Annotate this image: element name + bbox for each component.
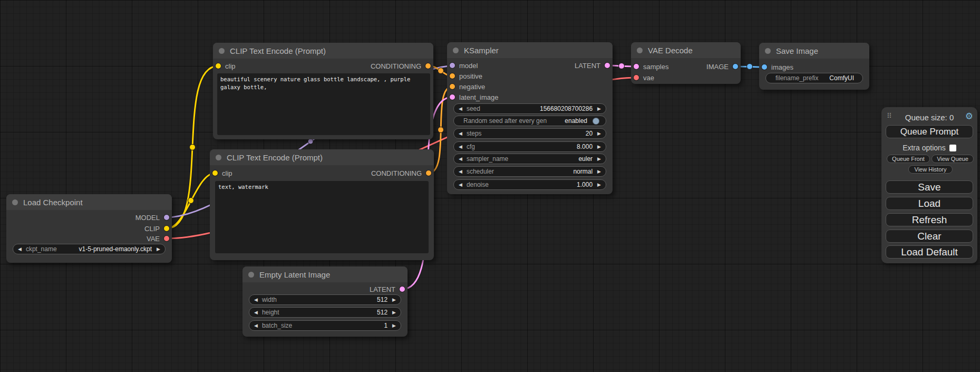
widget-label: ckpt_name [26,245,57,253]
clip-port-dot[interactable] [212,170,218,176]
load-default-button[interactable]: Load Default [886,245,973,259]
comfyui-canvas[interactable]: { "colors": { "model": "#B39DDB", "clip"… [0,0,980,372]
negative-prompt-textarea[interactable]: text, watermark [215,181,429,253]
filename-prefix-widget[interactable]: filename_prefix ComfyUI [765,73,863,83]
drag-handle-icon[interactable]: ⠿ [887,112,892,120]
node-title-bar[interactable]: Load Checkpoint [6,194,172,210]
extra-options-label: Extra options [903,144,946,152]
output-latent: LATENT [370,284,405,294]
node-empty-latent-image[interactable]: Empty Latent Image LATENT ◀ width 512 ▶ … [242,266,407,337]
stepper-left-icon[interactable]: ◀ [459,157,462,161]
stepper-left-icon[interactable]: ◀ [459,145,462,149]
clip-port-dot[interactable] [216,63,221,69]
random-seed-toggle-widget[interactable]: Random seed after every gen enabled [453,116,606,126]
queue-panel[interactable]: ⠿ Queue size: 0 ⚙ Queue Prompt Extra opt… [881,107,977,263]
save-button[interactable]: Save [886,180,973,194]
node-title-bar[interactable]: VAE Decode [631,42,741,58]
steps-widget[interactable]: ◀ steps 20 ▶ [453,128,606,139]
model-port-dot[interactable] [450,63,455,68]
node-clip-text-encode-positive[interactable]: CLIP Text Encode (Prompt) clip CONDITION… [213,43,433,139]
batch-size-widget[interactable]: ◀ batch_size 1 ▶ [249,320,401,331]
conditioning-port-dot[interactable] [450,84,455,89]
stepper-right-icon[interactable]: ▶ [157,247,160,252]
sampler-name-widget[interactable]: ◀ sampler_name euler ▶ [453,154,606,164]
node-title-bar[interactable]: Empty Latent Image [242,266,407,282]
collapse-dot-icon[interactable] [12,199,18,205]
latent-port-dot[interactable] [400,287,405,292]
stepper-left-icon[interactable]: ◀ [254,323,258,328]
toggle-on-icon[interactable] [593,118,599,125]
stepper-right-icon[interactable]: ▶ [597,169,601,174]
node-clip-text-encode-negative[interactable]: CLIP Text Encode (Prompt) clip CONDITION… [210,149,434,260]
view-history-button[interactable]: View History [908,165,953,174]
node-save-image[interactable]: Save Image images filename_prefix ComfyU… [759,43,869,90]
node-vae-decode[interactable]: VAE Decode samples vae IMAGE [631,42,741,84]
vae-port-dot[interactable] [634,75,639,80]
node-title-bar[interactable]: Save Image [759,43,869,59]
latent-port-dot[interactable] [450,94,455,100]
positive-prompt-textarea[interactable]: beautiful scenery nature glass bottle la… [217,73,430,135]
stepper-right-icon[interactable]: ▶ [597,107,601,111]
node-title-bar[interactable]: CLIP Text Encode (Prompt) [213,43,433,59]
scheduler-widget[interactable]: ◀ scheduler normal ▶ [453,166,606,177]
collapse-dot-icon[interactable] [219,48,225,54]
node-title: VAE Decode [648,46,693,55]
stepper-right-icon[interactable]: ▶ [597,157,601,161]
load-button[interactable]: Load [886,197,973,210]
stepper-left-icon[interactable]: ◀ [254,310,258,315]
gear-icon[interactable]: ⚙ [965,111,973,122]
conditioning-port-dot[interactable] [426,170,431,176]
latent-port-dot[interactable] [605,63,610,68]
node-title-bar[interactable]: KSampler [447,42,613,58]
clip-port-dot[interactable] [164,226,169,231]
stepper-right-icon[interactable]: ▶ [392,310,396,315]
model-port-dot[interactable] [164,215,169,220]
collapse-dot-icon[interactable] [216,155,221,160]
ckpt-name-widget[interactable]: ◀ ckpt_name v1-5-pruned-emaonly.ckpt ▶ [13,244,166,254]
queue-prompt-button[interactable]: Queue Prompt [886,125,973,138]
link-midpoint-dot [619,63,625,69]
refresh-button[interactable]: Refresh [886,213,973,226]
queue-front-button[interactable]: Queue Front [887,155,930,163]
stepper-right-icon[interactable]: ▶ [597,131,601,136]
input-latent-image: latent_image [450,92,498,102]
collapse-dot-icon[interactable] [248,272,254,278]
collapse-dot-icon[interactable] [765,48,771,54]
stepper-left-icon[interactable]: ◀ [459,131,462,136]
stepper-right-icon[interactable]: ▶ [597,145,601,149]
stepper-left-icon[interactable]: ◀ [459,183,462,187]
height-widget[interactable]: ◀ height 512 ▶ [249,307,401,318]
image-port-dot[interactable] [733,64,738,69]
conditioning-port-dot[interactable] [450,73,455,79]
node-ksampler[interactable]: KSampler model positive negative latent_… [447,42,613,194]
link-midpoint-dot [188,198,194,204]
vae-port-dot[interactable] [164,236,169,241]
input-clip: clip [216,61,236,71]
width-widget[interactable]: ◀ width 512 ▶ [249,294,401,305]
node-title: CLIP Text Encode (Prompt) [227,153,323,162]
seed-widget[interactable]: ◀ seed 156680208700286 ▶ [453,103,606,114]
stepper-left-icon[interactable]: ◀ [459,107,462,111]
stepper-left-icon[interactable]: ◀ [459,169,462,174]
input-clip: clip [212,168,232,178]
cfg-widget[interactable]: ◀ cfg 8.000 ▶ [453,141,606,152]
output-latent: LATENT [575,61,610,70]
stepper-left-icon[interactable]: ◀ [254,298,258,302]
conditioning-port-dot[interactable] [425,63,431,69]
view-queue-button[interactable]: View Queue [932,155,974,163]
extra-options-checkbox[interactable] [949,145,956,151]
stepper-right-icon[interactable]: ▶ [597,183,601,187]
collapse-dot-icon[interactable] [637,47,643,53]
collapse-dot-icon[interactable] [453,47,459,53]
denoise-widget[interactable]: ◀ denoise 1.000 ▶ [453,179,606,190]
node-title-bar[interactable]: CLIP Text Encode (Prompt) [210,149,434,165]
stepper-right-icon[interactable]: ▶ [392,298,396,302]
input-negative: negative [450,82,485,91]
latent-port-dot[interactable] [634,64,639,69]
stepper-left-icon[interactable]: ◀ [18,247,22,252]
node-load-checkpoint[interactable]: Load Checkpoint MODEL CLIP VAE ◀ ckpt_na… [6,194,172,263]
clear-button[interactable]: Clear [886,230,973,243]
stepper-right-icon[interactable]: ▶ [392,323,396,328]
widget-value[interactable]: v1-5-pruned-emaonly.ckpt [79,245,152,253]
image-port-dot[interactable] [762,64,767,70]
